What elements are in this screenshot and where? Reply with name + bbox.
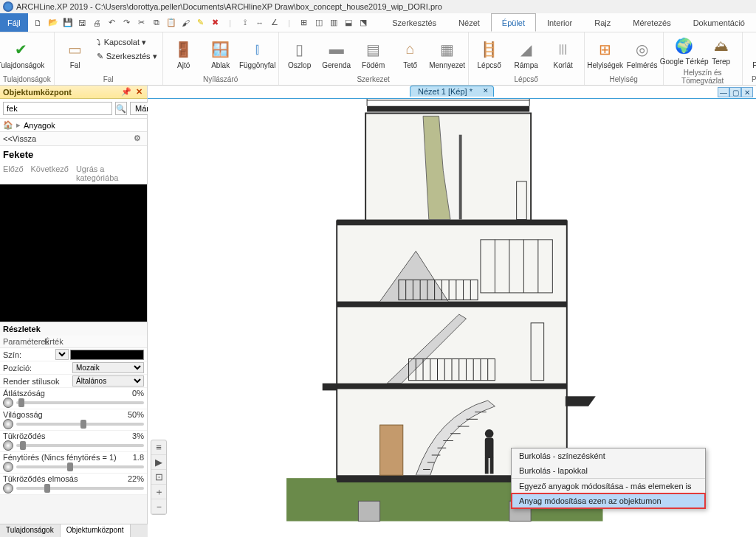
nav-next[interactable]: Következő xyxy=(31,164,69,182)
tab-meretezes[interactable]: Méretezés xyxy=(622,13,681,32)
slider-value: 1.8 xyxy=(133,453,144,462)
ribbon-button[interactable]: ◎Felmérés xyxy=(625,34,660,74)
win-max-icon[interactable]: ▢ xyxy=(729,87,741,97)
ribbon-small-button[interactable]: ✎Szerkesztés ▾ xyxy=(94,49,159,63)
slider-thumb[interactable] xyxy=(20,441,26,450)
view-tab-close-icon[interactable]: ✕ xyxy=(483,87,489,94)
redo-icon[interactable]: ↷ xyxy=(121,17,133,29)
context-menu-item[interactable]: Anyag módosítása ezen az objektumon xyxy=(512,493,705,508)
open-icon[interactable]: 📂 xyxy=(47,17,59,29)
material-preview[interactable] xyxy=(0,184,147,322)
ribbon-button[interactable]: ⛰Terep xyxy=(704,34,739,67)
ribbon-button[interactable]: ◢Rámpa xyxy=(509,34,544,74)
color-select[interactable] xyxy=(55,349,69,360)
slider-knob-icon[interactable] xyxy=(3,483,13,493)
slider-knob-icon[interactable] xyxy=(3,419,13,429)
undo-icon[interactable]: ↶ xyxy=(106,17,118,29)
canvas-area[interactable]: Nézet 1 [Kép] * ✕ — ▢ ✕ ≡ ▶ ⊡ ＋ － xyxy=(148,86,756,537)
panel-close-icon[interactable]: ✕ xyxy=(134,87,144,97)
ribbon-button[interactable]: 🪜Lépcső xyxy=(472,34,507,74)
sidebar: Objektumközpont 📌 ✕ 🔍 Márkák 🏠 ▸ Anyagok… xyxy=(0,86,148,537)
breadcrumb-text[interactable]: Anyagok xyxy=(24,121,55,130)
slider-knob-icon[interactable] xyxy=(3,440,13,451)
dim-icon[interactable]: ↔ xyxy=(254,17,266,29)
mode2-icon[interactable]: ◫ xyxy=(313,17,325,29)
render-select[interactable]: Általános xyxy=(72,375,144,387)
win-close-icon[interactable]: ✕ xyxy=(741,87,753,97)
cut-icon[interactable]: ✂ xyxy=(136,17,148,29)
ribbon-button[interactable]: ▬Gerenda xyxy=(319,34,354,74)
ribbon-button[interactable]: 🪟Ablak xyxy=(203,34,238,74)
bottom-tab-tulajdonsagok[interactable]: Tulajdonságok xyxy=(0,524,61,537)
slider-track[interactable] xyxy=(16,401,144,404)
ribbon-button[interactable]: ⫿Függönyfal xyxy=(240,34,275,74)
copy-icon[interactable]: ⧉ xyxy=(151,17,162,29)
ribbon-small-button[interactable]: ⤵Kapcsolat ▾ xyxy=(94,35,159,49)
ribbon-button[interactable]: ⊞Helyiségek xyxy=(588,34,623,74)
mode4-icon[interactable]: ⬓ xyxy=(343,17,354,29)
svg-rect-55 xyxy=(380,425,403,475)
ribbon-icon: ▦ xyxy=(437,39,458,60)
panel-pin-icon[interactable]: 📌 xyxy=(121,87,131,97)
measure-icon[interactable]: ⟟ xyxy=(239,17,251,29)
delete-icon[interactable]: ✖ xyxy=(210,17,221,29)
nav-jump[interactable]: Ugrás a kategóriába xyxy=(76,164,144,182)
ribbon-button[interactable]: 🚪Ajtó xyxy=(166,34,202,74)
highlight-icon[interactable]: ✎ xyxy=(195,17,207,29)
new-icon[interactable]: 🗋 xyxy=(32,17,44,29)
tab-epulet[interactable]: Épület xyxy=(491,13,536,32)
slider-knob-icon[interactable] xyxy=(3,398,13,408)
slider-row: Fénytörés (Nincs fénytörés = 1)1.8 xyxy=(0,452,147,474)
ribbon: ✔TulajdonságokTulajdonságok▭Fal⤵Kapcsola… xyxy=(0,32,756,86)
slider-thumb[interactable] xyxy=(67,462,73,471)
slider-thumb[interactable] xyxy=(80,420,86,429)
ribbon-button[interactable]: ▭Fal xyxy=(58,34,93,74)
print-icon[interactable]: 🖨 xyxy=(92,17,103,29)
slider-track[interactable] xyxy=(16,423,144,426)
win-min-icon[interactable]: — xyxy=(718,87,729,97)
paste-icon[interactable]: 📋 xyxy=(165,17,177,29)
context-menu-item[interactable]: Egyező anyagok módosítása - más elemeken… xyxy=(512,479,705,493)
tab-interior[interactable]: Interior xyxy=(536,13,583,32)
slider-track[interactable] xyxy=(16,465,144,468)
back-link[interactable]: <<Vissza xyxy=(3,134,36,143)
ribbon-button[interactable]: ▦Mennyezet xyxy=(430,34,465,74)
angle-icon[interactable]: ∠ xyxy=(269,17,281,29)
file-menu-button[interactable]: Fájl xyxy=(0,13,28,32)
mode1-icon[interactable]: ⊞ xyxy=(298,17,310,29)
brush-icon[interactable]: 🖌 xyxy=(180,17,192,29)
nav-prev[interactable]: Előző xyxy=(3,164,24,182)
ribbon-button[interactable]: ⌂Tető xyxy=(393,34,428,74)
view-tab[interactable]: Nézet 1 [Kép] * ✕ xyxy=(410,86,494,97)
mode5-icon[interactable]: ⬔ xyxy=(357,17,369,29)
mode3-icon[interactable]: ▥ xyxy=(328,17,340,29)
tab-dokumentacio[interactable]: Dokumentáció xyxy=(682,13,756,32)
slider-track[interactable] xyxy=(16,487,144,490)
ribbon-button[interactable]: ∴Pontfe xyxy=(746,34,756,74)
position-select[interactable]: Mozaik xyxy=(72,362,144,373)
color-swatch[interactable] xyxy=(70,350,144,360)
ribbon-button[interactable]: ▯Oszlop xyxy=(282,34,317,74)
breadcrumb[interactable]: 🏠 ▸ Anyagok xyxy=(0,119,147,132)
search-input[interactable] xyxy=(3,102,112,115)
slider-knob-icon[interactable] xyxy=(3,462,13,472)
ribbon-button[interactable]: 🌍Google Térkép xyxy=(667,34,702,67)
slider-thumb[interactable] xyxy=(18,398,24,407)
tab-rajz[interactable]: Rajz xyxy=(583,13,622,32)
ribbon-button[interactable]: ✔Tulajdonságok xyxy=(3,34,38,74)
save-icon[interactable]: 💾 xyxy=(62,17,74,29)
tab-nezet[interactable]: Nézet xyxy=(447,13,491,32)
slider-track[interactable] xyxy=(16,444,144,447)
home-icon[interactable]: 🏠 xyxy=(3,120,13,130)
ribbon-button[interactable]: ⫼Korlát xyxy=(546,34,581,74)
bottom-tab-objektumkozpont[interactable]: Objektumközpont xyxy=(61,524,131,537)
context-menu-item[interactable]: Burkolás - lapokkal xyxy=(512,463,705,479)
tab-szerkesztes[interactable]: Szerkesztés xyxy=(381,13,447,32)
save-all-icon[interactable]: 🖫 xyxy=(77,17,89,29)
search-button[interactable]: 🔍 xyxy=(115,102,127,115)
ribbon-button[interactable]: ▤Födém xyxy=(356,34,391,74)
svg-rect-5 xyxy=(337,220,567,226)
context-menu-item[interactable]: Burkolás - színezésként xyxy=(512,448,705,463)
gear-icon[interactable]: ⚙ xyxy=(134,134,144,144)
slider-thumb[interactable] xyxy=(44,484,50,493)
